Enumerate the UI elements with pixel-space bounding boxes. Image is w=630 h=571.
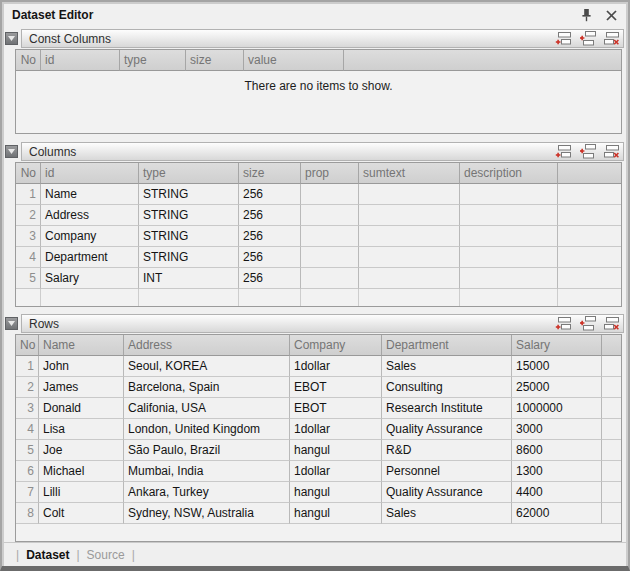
data-cell[interactable] [359,247,460,268]
data-cell[interactable]: 1dollar [290,419,382,440]
data-cell[interactable] [301,268,359,289]
close-icon[interactable] [603,7,619,23]
data-cell[interactable]: 256 [239,247,301,268]
column-header-prop[interactable]: prop [301,163,359,184]
data-cell[interactable]: 15000 [512,356,602,377]
data-cell[interactable] [301,205,359,226]
data-cell[interactable]: 8600 [512,440,602,461]
data-cell[interactable]: Research Institute [382,398,512,419]
row-number-cell[interactable]: 6 [16,461,39,482]
row-number-cell[interactable]: 2 [16,377,39,398]
data-cell[interactable]: Sydney, NSW, Australia [124,503,290,524]
data-cell[interactable] [460,184,558,205]
data-cell[interactable]: 1dollar [290,461,382,482]
data-cell[interactable] [359,205,460,226]
row-number-cell[interactable]: 4 [16,247,41,268]
data-cell[interactable]: R&D [382,440,512,461]
data-cell[interactable]: Michael [39,461,124,482]
column-header-name[interactable]: Name [39,335,124,356]
data-cell[interactable]: Mumbai, India [124,461,290,482]
section-header-bar[interactable]: Const Columns [21,29,624,48]
data-cell[interactable]: Quality Assurance [382,482,512,503]
data-cell[interactable]: STRING [139,205,239,226]
data-cell[interactable]: Lilli [39,482,124,503]
data-cell[interactable]: STRING [139,184,239,205]
data-cell[interactable]: Joe [39,440,124,461]
add-row-button[interactable] [554,144,572,160]
delete-row-button[interactable] [602,144,620,160]
delete-row-button[interactable] [602,31,620,47]
data-cell[interactable]: 1000000 [512,398,602,419]
data-cell[interactable]: Consulting [382,377,512,398]
data-cell[interactable]: Salary [41,268,139,289]
data-cell[interactable]: 256 [239,226,301,247]
data-cell[interactable]: Barcelona, Spain [124,377,290,398]
tab-source[interactable]: Source [87,548,125,562]
row-number-cell[interactable]: 3 [16,226,41,247]
data-cell[interactable]: hangul [290,482,382,503]
row-number-cell[interactable]: 5 [16,440,39,461]
data-cell[interactable]: 256 [239,268,301,289]
data-cell[interactable]: STRING [139,247,239,268]
data-cell[interactable]: Lisa [39,419,124,440]
tab-dataset[interactable]: Dataset [26,548,69,562]
section-header-bar[interactable]: Rows [21,314,624,333]
data-cell[interactable]: Quality Assurance [382,419,512,440]
data-cell[interactable]: Personnel [382,461,512,482]
data-cell[interactable] [301,226,359,247]
data-cell[interactable] [460,247,558,268]
data-cell[interactable]: STRING [139,226,239,247]
data-cell[interactable]: Califonia, USA [124,398,290,419]
column-header-size[interactable]: size [239,163,301,184]
column-header-salary[interactable]: Salary [512,335,602,356]
row-number-cell[interactable]: 7 [16,482,39,503]
collapse-section-icon[interactable] [5,317,18,330]
data-cell[interactable] [359,268,460,289]
data-cell[interactable]: London, United Kingdom [124,419,290,440]
data-cell[interactable]: Sales [382,356,512,377]
data-cell[interactable] [301,184,359,205]
add-row-button[interactable] [554,31,572,47]
data-cell[interactable]: EBOT [290,398,382,419]
column-header-id[interactable]: id [41,50,120,71]
data-cell[interactable]: 1dollar [290,356,382,377]
row-number-cell[interactable]: 4 [16,419,39,440]
column-header-company[interactable]: Company [290,335,382,356]
column-header-type[interactable]: type [139,163,239,184]
data-cell[interactable]: Colt [39,503,124,524]
column-header-type[interactable]: type [120,50,186,71]
data-cell[interactable] [359,184,460,205]
data-cell[interactable] [460,268,558,289]
column-header-no[interactable]: No [16,335,39,356]
data-cell[interactable]: INT [139,268,239,289]
data-cell[interactable]: hangul [290,440,382,461]
data-cell[interactable]: Sales [382,503,512,524]
section-header-bar[interactable]: Columns [21,142,624,161]
data-cell[interactable] [460,205,558,226]
add-row-button[interactable] [554,316,572,332]
insert-row-button[interactable] [578,31,596,47]
data-cell[interactable]: Name [41,184,139,205]
data-cell[interactable] [460,226,558,247]
data-cell[interactable]: São Paulo, Brazil [124,440,290,461]
data-cell[interactable]: Department [41,247,139,268]
column-header-address[interactable]: Address [124,335,290,356]
column-header-size[interactable]: size [186,50,244,71]
data-cell[interactable]: 25000 [512,377,602,398]
data-cell[interactable]: James [39,377,124,398]
row-number-cell[interactable]: 8 [16,503,39,524]
data-cell[interactable]: Donald [39,398,124,419]
data-cell[interactable] [359,226,460,247]
delete-row-button[interactable] [602,316,620,332]
collapse-section-icon[interactable] [5,32,18,45]
data-cell[interactable]: 256 [239,205,301,226]
data-cell[interactable]: 4400 [512,482,602,503]
column-header-sumtext[interactable]: sumtext [359,163,460,184]
collapse-section-icon[interactable] [5,145,18,158]
data-cell[interactable]: Company [41,226,139,247]
row-number-cell[interactable]: 3 [16,398,39,419]
pin-icon[interactable] [578,7,594,23]
insert-row-button[interactable] [578,144,596,160]
column-header-no[interactable]: No [16,50,41,71]
row-number-cell[interactable]: 1 [16,356,39,377]
